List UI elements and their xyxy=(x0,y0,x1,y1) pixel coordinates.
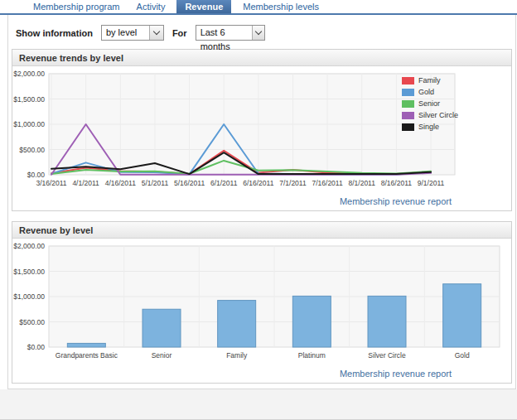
x-tick-label: 3/16/2011 xyxy=(36,179,66,187)
membership-revenue-report-link-2[interactable]: Membership revenue report xyxy=(12,369,511,383)
legend-swatch xyxy=(402,123,414,131)
x-tick-label: 5/1/2011 xyxy=(142,179,169,187)
bar-platinum xyxy=(292,296,331,347)
membership-revenue-report-link-1[interactable]: Membership revenue report xyxy=(12,196,511,210)
y-tick-label: $1,500.00 xyxy=(13,268,45,276)
x-tick-label: 4/1/2011 xyxy=(72,179,99,187)
legend-item-senior: Senior xyxy=(402,99,458,108)
revenue-by-level-title: Revenue by level xyxy=(12,222,511,239)
y-tick-label: $0.00 xyxy=(27,171,46,179)
legend-label: Single xyxy=(418,123,439,131)
show-information-value: by level xyxy=(102,26,141,40)
bar-gold xyxy=(443,284,481,347)
y-tick-label: $500.00 xyxy=(19,146,45,154)
y-tick-label: $500.00 xyxy=(19,318,45,326)
y-tick-label: $2,000.00 xyxy=(13,70,45,78)
legend-item-family: Family xyxy=(402,76,458,84)
x-tick-label: Family xyxy=(226,351,248,360)
legend-label: Gold xyxy=(418,88,434,96)
revenue-by-level-bar-chart: $0.00$500.00$1,000.00$1,500.00$2,000.00G… xyxy=(12,241,511,365)
x-tick-label: 6/16/2011 xyxy=(243,179,273,187)
y-tick-label: $2,000.00 xyxy=(13,242,45,250)
bar-grandparents-basic xyxy=(67,343,105,347)
y-tick-label: $1,000.00 xyxy=(13,120,45,128)
x-tick-label: 6/1/2011 xyxy=(210,179,238,187)
period-value: Last 6 months xyxy=(196,26,253,40)
legend-swatch xyxy=(402,112,414,119)
bar-family xyxy=(218,301,256,347)
chart-legend: FamilyGoldSeniorSilver CircleSingle xyxy=(402,76,458,134)
legend-label: Family xyxy=(418,76,441,84)
period-dropdown[interactable]: Last 6 months xyxy=(196,25,265,41)
page-footer xyxy=(0,389,517,419)
tab-revenue[interactable]: Revenue xyxy=(176,0,231,13)
legend-label: Senior xyxy=(418,99,440,108)
y-tick-label: $1,000.00 xyxy=(13,292,45,301)
content-area: Show information by level For Last 6 mon… xyxy=(7,15,516,389)
x-tick-label: Senior xyxy=(152,351,172,360)
legend-item-silver-circle: Silver Circle xyxy=(402,111,458,119)
combo-spacer xyxy=(141,26,149,40)
chevron-down-icon[interactable] xyxy=(149,26,163,40)
legend-swatch xyxy=(402,77,414,84)
x-tick-label: 8/1/2011 xyxy=(348,179,375,187)
for-label: For xyxy=(172,28,187,38)
revenue-trends-chart-area: $0.00$500.00$1,000.00$1,500.00$2,000.003… xyxy=(12,66,511,196)
tab-activity[interactable]: Activity xyxy=(132,0,171,13)
legend-item-single: Single xyxy=(402,123,458,131)
bar-silver-circle xyxy=(368,296,406,347)
show-information-dropdown[interactable]: by level xyxy=(101,25,164,41)
legend-swatch xyxy=(402,100,414,108)
revenue-trends-panel: Revenue trends by level $0.00$500.00$1,0… xyxy=(12,49,512,211)
x-tick-label: Platinum xyxy=(298,351,326,360)
x-tick-label: 8/16/2011 xyxy=(381,179,412,187)
legend-label: Silver Circle xyxy=(418,111,458,119)
x-tick-label: 5/16/2011 xyxy=(174,179,205,187)
x-tick-label: Silver Circle xyxy=(368,351,406,360)
x-tick-label: 7/16/2011 xyxy=(312,179,342,187)
x-tick-label: Gold xyxy=(455,351,470,360)
chevron-down-icon[interactable] xyxy=(252,26,263,40)
x-tick-label: 7/1/2011 xyxy=(279,179,307,187)
tab-membership-levels[interactable]: Membership levels xyxy=(238,0,324,13)
revenue-trends-title: Revenue trends by level xyxy=(12,50,511,66)
bar-senior xyxy=(143,309,181,347)
y-tick-label: $1,500.00 xyxy=(13,95,45,104)
legend-item-gold: Gold xyxy=(402,88,458,96)
x-tick-label: 9/1/2011 xyxy=(418,179,445,187)
revenue-by-level-panel: Revenue by level $0.00$500.00$1,000.00$1… xyxy=(12,221,512,384)
x-tick-label: 4/16/2011 xyxy=(105,179,136,187)
y-tick-label: $0.00 xyxy=(27,343,46,351)
filter-row: Show information by level For Last 6 mon… xyxy=(8,15,515,49)
x-tick-label: Grandparents Basic xyxy=(56,351,118,360)
legend-swatch xyxy=(402,89,414,96)
tab-membership-program[interactable]: Membership program xyxy=(28,0,125,13)
revenue-by-level-chart-area: $0.00$500.00$1,000.00$1,500.00$2,000.00G… xyxy=(12,239,511,369)
show-information-label: Show information xyxy=(16,28,93,38)
tab-bar: Membership programActivityRevenueMembers… xyxy=(0,0,517,15)
